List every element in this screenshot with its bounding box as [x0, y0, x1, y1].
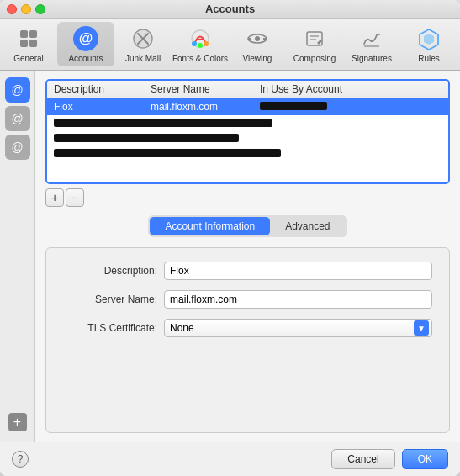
toolbar-item-junk-mail[interactable]: Junk Mail	[114, 22, 172, 66]
toolbar-item-accounts[interactable]: @ Accounts	[57, 22, 114, 66]
help-button[interactable]: ?	[12, 451, 29, 468]
sidebar: @ @ @ +	[0, 71, 35, 442]
toolbar: General @ Accounts Junk Mail	[0, 19, 460, 71]
viewing-icon	[244, 25, 271, 52]
toolbar-item-viewing[interactable]: Viewing	[229, 22, 286, 66]
add-account-button[interactable]: +	[45, 188, 64, 207]
svg-point-8	[192, 41, 197, 46]
toolbar-item-fonts-colors[interactable]: Fonts & Colors	[172, 22, 229, 66]
col-in-use: In Use By Account	[260, 83, 441, 95]
form-row-tls: TLS Certificate: None Any Valid Custom..…	[63, 319, 432, 337]
toolbar-label-junk-mail: Junk Mail	[125, 54, 161, 63]
footer: ? Cancel OK	[0, 442, 460, 476]
general-icon	[15, 25, 42, 52]
toolbar-item-composing[interactable]: Composing	[286, 22, 343, 66]
sidebar-icon-1[interactable]: @	[5, 106, 30, 131]
remove-account-button[interactable]: −	[66, 188, 84, 207]
row-inuse	[260, 102, 327, 110]
form-panel: Description: Server Name: TLS Certificat…	[45, 247, 450, 433]
junk-mail-icon	[130, 25, 156, 52]
svg-rect-0	[20, 30, 28, 38]
composing-icon	[301, 25, 328, 52]
tls-select-wrapper: None Any Valid Custom... ▼	[164, 319, 432, 337]
titlebar: Accounts	[0, 0, 460, 19]
svg-point-10	[204, 41, 209, 46]
svg-rect-1	[29, 30, 37, 38]
table-body: Flox mail.floxm.com	[47, 98, 448, 182]
svg-point-12	[255, 36, 260, 41]
redacted-bar-2	[54, 134, 239, 142]
toolbar-item-rules[interactable]: Rules	[400, 22, 457, 66]
toolbar-item-signatures[interactable]: Signatures	[343, 22, 400, 66]
table-row-redacted-3[interactable]	[47, 145, 448, 161]
svg-marker-20	[424, 34, 434, 45]
toolbar-label-viewing: Viewing	[243, 54, 272, 63]
toolbar-label-composing: Composing	[293, 54, 336, 63]
redacted-bar-1	[54, 119, 272, 127]
tls-select[interactable]: None Any Valid Custom...	[164, 319, 432, 337]
sidebar-icon-0[interactable]: @	[5, 77, 30, 103]
panel: Description Server Name In Use By Accoun…	[35, 71, 460, 442]
row-server: mail.floxm.com	[151, 101, 218, 113]
fonts-colors-icon	[187, 25, 214, 52]
accounts-table: Description Server Name In Use By Accoun…	[45, 79, 450, 184]
col-server-name: Server Name	[151, 83, 260, 95]
form-row-server: Server Name:	[63, 290, 432, 309]
minimize-button[interactable]	[21, 4, 31, 14]
toolbar-label-rules: Rules	[418, 54, 440, 63]
toolbar-label-accounts: Accounts	[68, 54, 103, 63]
sidebar-icon-2[interactable]: @	[5, 135, 30, 160]
tls-label: TLS Certificate:	[63, 322, 164, 334]
toolbar-label-signatures: Signatures	[352, 54, 392, 63]
toolbar-item-general[interactable]: General	[0, 22, 57, 66]
tab-account-information[interactable]: Account Information	[150, 217, 270, 235]
server-name-input[interactable]	[164, 290, 432, 309]
form-row-description: Description:	[63, 262, 432, 280]
tab-advanced[interactable]: Advanced	[270, 217, 345, 235]
maximize-button[interactable]	[35, 4, 45, 14]
footer-left: ?	[12, 451, 29, 468]
table-header: Description Server Name In Use By Accoun…	[47, 81, 448, 98]
redacted-bar-3	[54, 149, 281, 157]
sidebar-add-button[interactable]: +	[8, 413, 27, 431]
table-row-redacted-1[interactable]	[47, 115, 448, 130]
table-row[interactable]: Flox mail.floxm.com	[47, 98, 448, 115]
rules-icon	[415, 25, 442, 52]
table-actions: + −	[45, 188, 450, 207]
main-content: @ @ @ + Description Server Name In Use B…	[0, 71, 460, 442]
close-button[interactable]	[7, 4, 17, 14]
accounts-icon: @	[72, 25, 99, 52]
main-window: Accounts General @ Accounts	[0, 0, 460, 476]
col-description: Description	[54, 83, 151, 95]
window-title: Accounts	[0, 3, 460, 15]
ok-button[interactable]: OK	[402, 449, 448, 469]
toolbar-label-general: General	[13, 54, 44, 63]
svg-point-9	[198, 43, 203, 48]
signatures-icon	[358, 25, 385, 52]
table-row-redacted-2[interactable]	[47, 130, 448, 145]
description-input[interactable]	[164, 262, 432, 280]
traffic-lights	[7, 4, 45, 14]
svg-rect-2	[20, 40, 28, 47]
toolbar-label-fonts-colors: Fonts & Colors	[172, 54, 228, 63]
server-name-label: Server Name:	[63, 294, 164, 305]
tabs: Account Information Advanced	[148, 215, 346, 237]
row-description: Flox	[54, 101, 73, 113]
description-label: Description:	[63, 265, 164, 277]
tabs-container: Account Information Advanced	[45, 215, 450, 237]
cancel-button[interactable]: Cancel	[331, 449, 394, 469]
svg-rect-3	[29, 40, 37, 47]
